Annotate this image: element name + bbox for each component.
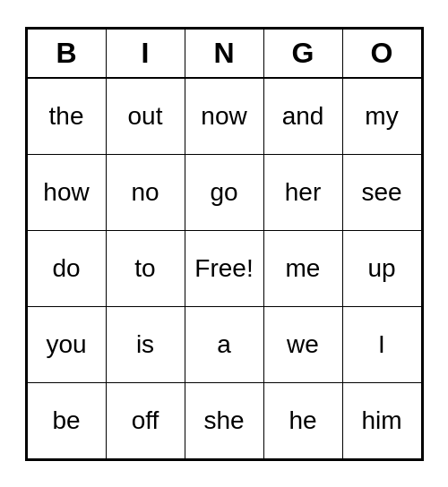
cell-r1-c2: go: [185, 154, 263, 230]
table-row: hownogohersee: [27, 154, 421, 230]
cell-r2-c4: up: [342, 230, 421, 306]
header-cell-n: N: [185, 29, 263, 78]
table-row: theoutnowandmy: [27, 78, 421, 154]
cell-r1-c0: how: [27, 154, 106, 230]
cell-r3-c0: you: [27, 306, 106, 382]
cell-r2-c2: Free!: [185, 230, 263, 306]
table-row: dotoFree!meup: [27, 230, 421, 306]
cell-r4-c1: off: [106, 382, 185, 458]
cell-r0-c4: my: [342, 78, 421, 154]
cell-r4-c4: him: [342, 382, 421, 458]
bingo-table: BINGO theoutnowandmyhownogoherseedotoFre…: [27, 29, 422, 459]
cell-r1-c1: no: [106, 154, 185, 230]
cell-r2-c3: me: [263, 230, 342, 306]
header-cell-g: G: [263, 29, 342, 78]
cell-r3-c3: we: [263, 306, 342, 382]
bingo-card: BINGO theoutnowandmyhownogoherseedotoFre…: [25, 27, 424, 461]
header-cell-b: B: [27, 29, 106, 78]
header-cell-i: I: [106, 29, 185, 78]
header-row: BINGO: [27, 29, 421, 78]
cell-r1-c3: her: [263, 154, 342, 230]
cell-r3-c4: I: [342, 306, 421, 382]
cell-r0-c1: out: [106, 78, 185, 154]
cell-r3-c1: is: [106, 306, 185, 382]
header-cell-o: O: [342, 29, 421, 78]
table-row: youisaweI: [27, 306, 421, 382]
cell-r3-c2: a: [185, 306, 263, 382]
cell-r1-c4: see: [342, 154, 421, 230]
cell-r4-c3: he: [263, 382, 342, 458]
cell-r2-c0: do: [27, 230, 106, 306]
table-row: beoffshehehim: [27, 382, 421, 458]
cell-r4-c0: be: [27, 382, 106, 458]
cell-r4-c2: she: [185, 382, 263, 458]
cell-r0-c3: and: [263, 78, 342, 154]
cell-r0-c2: now: [185, 78, 263, 154]
cell-r0-c0: the: [27, 78, 106, 154]
cell-r2-c1: to: [106, 230, 185, 306]
